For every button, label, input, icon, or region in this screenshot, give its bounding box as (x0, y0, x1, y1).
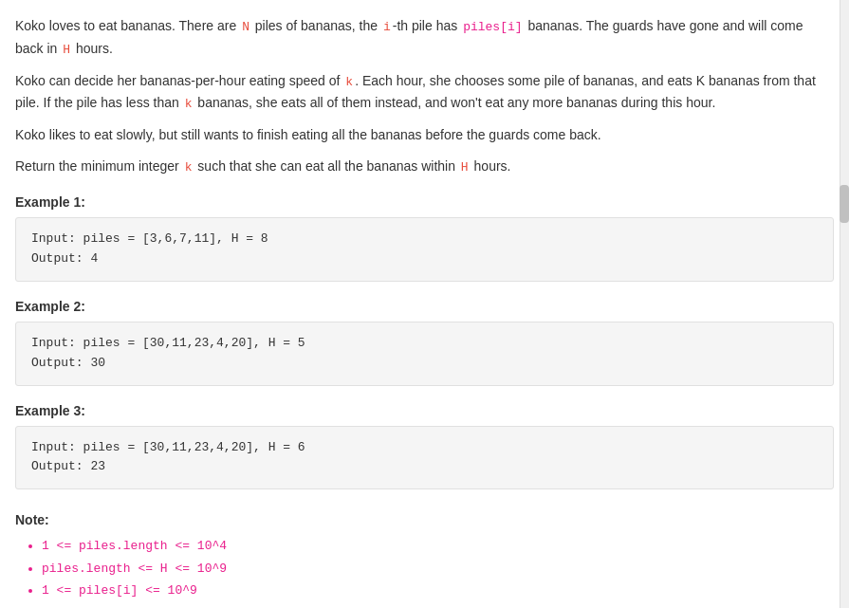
scrollbar-thumb[interactable] (840, 185, 849, 223)
example2-code: Input: piles = [30,11,23,4,20], H = 5 Ou… (15, 322, 834, 386)
paragraph-4: Return the minimum integer k such that s… (15, 156, 834, 178)
para2-k-code: k (343, 74, 355, 90)
example2-title: Example 2: (15, 299, 834, 314)
note-title: Note: (15, 512, 834, 527)
example3-output: Output: 23 (31, 457, 818, 477)
example1-title: Example 1: (15, 194, 834, 210)
note-item-1: 1 <= piles.length <= 10^4 (42, 535, 834, 557)
para1-text3: -th pile has (393, 18, 461, 33)
example3-input: Input: piles = [30,11,23,4,20], H = 6 (31, 438, 818, 458)
note-list: 1 <= piles.length <= 10^4 piles.length <… (15, 535, 834, 601)
note-section: Note: 1 <= piles.length <= 10^4 piles.le… (15, 512, 834, 601)
paragraph-2: Koko can decide her bananas-per-hour eat… (15, 70, 834, 116)
example3-title: Example 3: (15, 403, 834, 418)
para1-i-code: i (381, 19, 393, 35)
note-item-3: 1 <= piles[i] <= 10^9 (42, 580, 834, 601)
para1-piles-code: piles[i] (461, 19, 524, 35)
paragraph-1: Koko loves to eat bananas. There are N p… (15, 15, 834, 61)
example1-output: Output: 4 (31, 249, 818, 269)
para4-k-code: k (183, 159, 194, 175)
para1-text2: piles of bananas, the (251, 18, 381, 33)
para4-text1: Return the minimum integer (15, 158, 183, 174)
example1-code: Input: piles = [3,6,7,11], H = 8 Output:… (15, 217, 834, 282)
note-item-2: piles.length <= H <= 10^9 (42, 558, 834, 580)
scrollbar[interactable] (840, 0, 849, 608)
example1-input: Input: piles = [3,6,7,11], H = 8 (31, 230, 818, 249)
para4-text2: such that she can eat all the bananas wi… (194, 158, 458, 174)
para4-h-code: H (459, 159, 471, 175)
para4-text3: hours. (471, 158, 511, 174)
para1-text1: Koko loves to eat bananas. There are (15, 18, 240, 33)
example2-input: Input: piles = [30,11,23,4,20], H = 5 (31, 334, 818, 354)
para2-k2-code: k (183, 96, 194, 112)
para2-text1: Koko can decide her bananas-per-hour eat… (15, 73, 343, 88)
para1-text5: hours. (72, 41, 113, 56)
example2-output: Output: 30 (31, 354, 818, 374)
main-content: Koko loves to eat bananas. There are N p… (0, 0, 849, 608)
para1-n-code: N (240, 19, 251, 35)
para2-text3: bananas, she eats all of them instead, a… (194, 95, 715, 110)
paragraph-3: Koko likes to eat slowly, but still want… (15, 124, 834, 145)
para1-h-code: H (61, 42, 72, 58)
example3-code: Input: piles = [30,11,23,4,20], H = 6 Ou… (15, 426, 834, 490)
